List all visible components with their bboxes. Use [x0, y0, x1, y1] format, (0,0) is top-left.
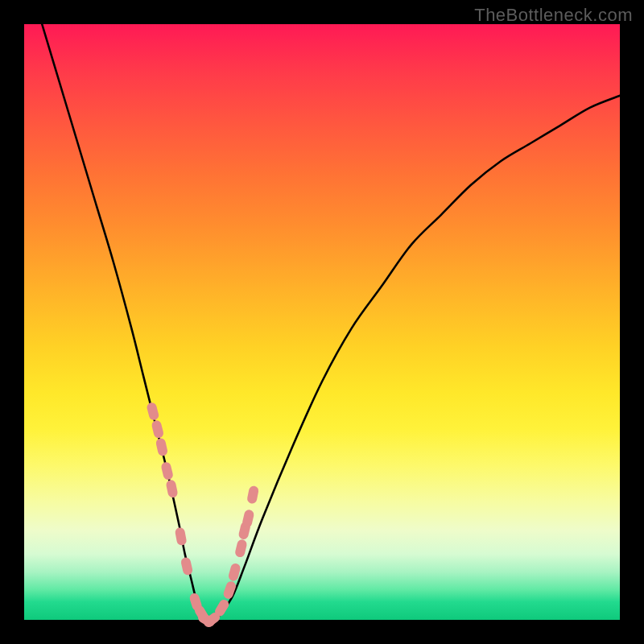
bottleneck-curve — [42, 24, 620, 621]
marker-pill — [155, 437, 169, 456]
marker-pill — [165, 479, 178, 498]
marker-pill — [175, 526, 188, 546]
marker-pill — [180, 556, 194, 576]
marker-pill — [160, 461, 174, 481]
plot-area — [24, 24, 620, 620]
marker-pill — [242, 509, 255, 528]
marker-pill — [234, 539, 248, 558]
marker-pill — [146, 402, 159, 421]
marker-pill — [151, 419, 164, 439]
marker-pill — [246, 485, 259, 505]
marker-group — [146, 402, 259, 630]
watermark-label: TheBottleneck.com — [474, 5, 633, 26]
chart-stage: TheBottleneck.com — [0, 0, 644, 644]
curve-svg — [24, 24, 620, 620]
